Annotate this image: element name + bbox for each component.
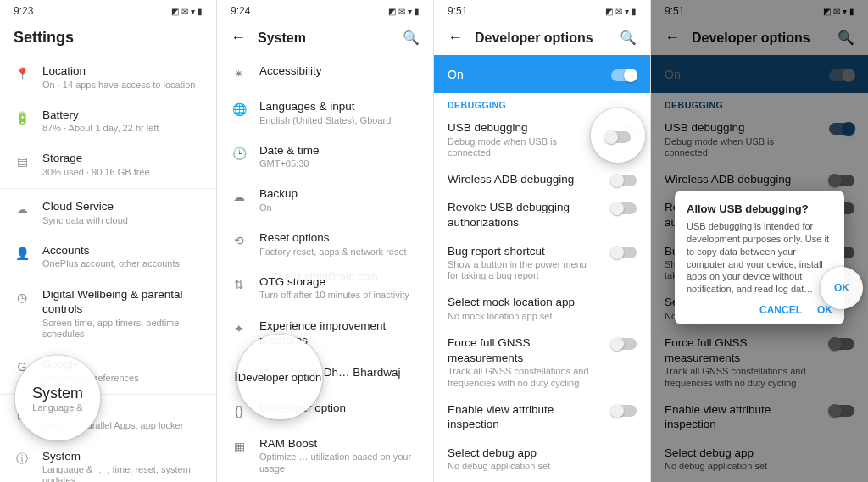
- toggle[interactable]: [611, 175, 637, 186]
- usb-debugging-toggle-highlight[interactable]: [605, 131, 631, 143]
- panel-system: 9:24 ◩✉▾▮ ← System 🔍 ✴ Accessibility 🌐 L…: [217, 0, 434, 482]
- row-sub: No debug application set: [448, 461, 637, 472]
- row-icon: ⓘ: [14, 451, 31, 468]
- row-sub: Sync data with cloud: [42, 215, 203, 226]
- row-icon: ⟲: [231, 232, 248, 249]
- row-sub: Debug mode when USB is connected: [448, 136, 599, 158]
- master-toggle-banner[interactable]: On: [434, 55, 650, 93]
- status-bar: 9:24 ◩✉▾▮: [217, 0, 433, 20]
- status-time: 9:24: [231, 5, 250, 17]
- row-icon: ⇅: [231, 276, 248, 293]
- row-icon: ✦: [231, 320, 248, 337]
- developer-row[interactable]: Wait for debugger Debugged application w…: [434, 479, 650, 482]
- developer-row[interactable]: Wireless ADB debugging: [434, 165, 650, 194]
- row-sub: Screen time, app timers, bedtime schedul…: [42, 318, 203, 340]
- row-icon: 🔋: [14, 109, 31, 126]
- settings-row[interactable]: ▤ Storage 30% used · 90.16 GB free: [0, 142, 216, 186]
- developer-row[interactable]: Enable view attribute inspection: [434, 396, 650, 439]
- master-toggle[interactable]: [611, 69, 637, 81]
- settings-row[interactable]: ⓘ System Language & … , time, reset, sys…: [0, 440, 216, 482]
- usb-debugging-dialog: Allow USB debugging? USB debugging is in…: [675, 191, 844, 324]
- back-icon[interactable]: ←: [448, 29, 463, 47]
- row-icon: 🌐: [231, 101, 248, 118]
- developer-row[interactable]: Bug report shortcut Show a button in the…: [434, 237, 650, 289]
- panel-developer-dialog: 9:51 ◩✉▾▮ ← Developer options 🔍 On DEBUG…: [651, 0, 868, 482]
- row-title: Storage: [42, 151, 203, 166]
- panel-developer: 9:51 ◩✉▾▮ ← Developer options 🔍 On DEBUG…: [434, 0, 651, 482]
- toggle[interactable]: [611, 338, 637, 350]
- row-title: Backup: [259, 186, 420, 202]
- row-title: Enable view attribute inspection: [448, 402, 599, 432]
- page-title: Developer options: [475, 30, 593, 46]
- system-row[interactable]: ☁ Backup On: [217, 178, 433, 222]
- row-title: Select debug app: [448, 446, 637, 461]
- panel-settings: 9:23 ◩✉▾▮ Settings 📍 Location On · 14 ap…: [0, 0, 217, 482]
- banner-label: On: [448, 68, 464, 81]
- row-sub: On: [259, 202, 420, 213]
- toggle[interactable]: [611, 202, 637, 214]
- settings-row[interactable]: ☁ Cloud Service Sync data with cloud: [0, 191, 216, 235]
- row-sub: English (United States), Gboard: [259, 115, 420, 126]
- cancel-button[interactable]: CANCEL: [760, 304, 802, 316]
- highlight-system: System Language &: [15, 356, 100, 440]
- row-title: Wireless ADB debugging: [448, 172, 599, 187]
- row-title: System: [42, 449, 203, 464]
- toggle[interactable]: [611, 247, 637, 258]
- row-title: Date & time: [259, 143, 420, 158]
- row-title: Select mock location app: [448, 295, 637, 310]
- row-sub: Show a button in the power menu for taki…: [448, 259, 599, 281]
- row-sub: Language & … , time, reset, system updat…: [42, 464, 203, 482]
- row-icon: 🕒: [231, 145, 248, 162]
- row-title: RAM Boost: [259, 436, 420, 452]
- row-sub: On · 14 apps have access to location: [42, 80, 203, 91]
- developer-row[interactable]: Select mock location app No mock locatio…: [434, 288, 650, 329]
- row-title: Bug report shortcut: [448, 244, 599, 259]
- search-icon[interactable]: 🔍: [403, 30, 420, 46]
- settings-row[interactable]: 👤 Accounts OnePlus account, other accoun…: [0, 235, 216, 279]
- developer-row[interactable]: Revoke USB debugging authorizations: [434, 193, 650, 236]
- row-title: Accessibility: [259, 64, 420, 79]
- highlight-usb-toggle: [591, 108, 645, 163]
- row-sub: OnePlus account, other accounts: [42, 258, 203, 269]
- row-sub: Factory reset, apps & network reset: [259, 247, 420, 258]
- row-icon: ✴: [231, 65, 248, 82]
- row-sub: GMT+05:30: [259, 158, 420, 169]
- header: ← System 🔍: [217, 20, 433, 55]
- status-icons: ◩✉▾▮: [388, 7, 420, 16]
- row-title: Force full GNSS measurements: [448, 335, 599, 365]
- system-row[interactable]: ⟲ Reset options Factory reset, apps & ne…: [217, 222, 433, 266]
- row-title: Cloud Service: [42, 199, 203, 214]
- row-sub: Turn off after 10 minutes of inactivity: [259, 290, 420, 301]
- row-icon: 📍: [14, 65, 31, 82]
- header: Settings: [0, 20, 216, 55]
- status-icons: ◩✉▾▮: [171, 7, 203, 16]
- page-title: Settings: [14, 29, 74, 47]
- status-bar: 9:51 ◩✉▾▮: [434, 0, 650, 20]
- row-icon: 👤: [14, 245, 31, 262]
- back-icon[interactable]: ←: [231, 29, 246, 47]
- settings-row[interactable]: 📍 Location On · 14 apps have access to l…: [0, 55, 216, 99]
- row-icon: ▦: [231, 438, 248, 455]
- system-row[interactable]: ▦ RAM Boost Optimize … utilization based…: [217, 428, 433, 482]
- row-title: Revoke USB debugging authorizations: [448, 200, 599, 230]
- status-bar: 9:23 ◩✉▾▮: [0, 0, 216, 20]
- system-row[interactable]: 🕒 Date & time GMT+05:30: [217, 135, 433, 179]
- system-row[interactable]: 🌐 Languages & input English (United Stat…: [217, 91, 433, 135]
- row-sub: Track all GNSS constellations and freque…: [448, 366, 599, 388]
- system-row[interactable]: ✴ Accessibility: [217, 55, 433, 91]
- system-row[interactable]: ⇅ OTG storage Turn off after 10 minutes …: [217, 266, 433, 310]
- status-time: 9:51: [448, 5, 467, 17]
- page-title: System: [258, 30, 306, 46]
- row-title: Digital Wellbeing & parental controls: [42, 287, 203, 317]
- row-icon: ☁: [231, 188, 248, 205]
- toggle[interactable]: [611, 405, 637, 417]
- developer-row[interactable]: Select debug app No debug application se…: [434, 439, 650, 479]
- row-title: OTG storage: [259, 274, 420, 290]
- settings-row[interactable]: 🔋 Battery 87% · About 1 day, 22 hr left: [0, 99, 216, 143]
- developer-row[interactable]: Force full GNSS measurements Track all G…: [434, 329, 650, 395]
- settings-row[interactable]: ◷ Digital Wellbeing & parental controls …: [0, 279, 216, 348]
- row-icon: ▤: [14, 152, 31, 169]
- row-title: Battery: [42, 108, 203, 123]
- search-icon[interactable]: 🔍: [620, 30, 637, 46]
- header: ← Developer options 🔍: [434, 20, 650, 55]
